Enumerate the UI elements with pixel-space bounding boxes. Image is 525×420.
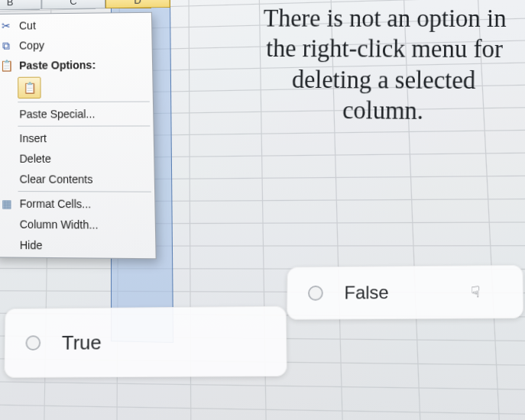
menu-separator (18, 191, 151, 192)
answer-false-label: False (344, 282, 388, 303)
pointer-cursor-icon: ☟ (471, 283, 480, 301)
blank-icon (0, 131, 15, 146)
blank-icon (0, 216, 15, 232)
answer-true-button[interactable]: True (4, 306, 287, 378)
blank-icon (0, 171, 15, 187)
format-cells-icon: ▦ (0, 195, 15, 212)
col-header-c[interactable]: C (41, 0, 105, 9)
menu-hide[interactable]: Hide (0, 234, 156, 257)
menu-copy[interactable]: ⧉ Copy (0, 34, 152, 56)
menu-hide-label: Hide (20, 239, 43, 252)
paste-option-button[interactable]: 📋 (18, 77, 41, 99)
menu-paste-special[interactable]: Paste Special... (0, 104, 153, 124)
menu-separator (18, 102, 150, 103)
menu-column-width[interactable]: Column Width... (0, 214, 155, 236)
menu-cut[interactable]: ✂ Cut (0, 15, 151, 36)
menu-insert[interactable]: Insert (0, 128, 154, 149)
paste-icon: 📋 (0, 58, 15, 73)
radio-icon (25, 335, 41, 351)
menu-format-cells-label: Format Cells... (20, 197, 92, 210)
menu-paste-options-label: Paste Options: (19, 59, 96, 72)
menu-delete[interactable]: Delete (0, 148, 154, 169)
cut-icon: ✂ (0, 18, 15, 34)
context-menu: ✂ Cut ⧉ Copy 📋 Paste Options: 📋 Paste Sp… (0, 12, 157, 260)
menu-format-cells[interactable]: ▦ Format Cells... (0, 193, 155, 215)
radio-icon (308, 286, 323, 301)
col-header-d[interactable]: D (105, 0, 170, 8)
menu-paste-special-label: Paste Special... (19, 108, 95, 121)
menu-insert-label: Insert (19, 132, 47, 144)
clipboard-icon: 📋 (23, 82, 36, 94)
menu-cut-label: Cut (19, 19, 36, 31)
menu-clear-contents-label: Clear Contents (20, 173, 93, 186)
answer-false-button[interactable]: False ☟ (287, 265, 523, 320)
col-header-b[interactable]: B (0, 0, 41, 11)
blank-icon (0, 150, 15, 166)
menu-column-width-label: Column Width... (20, 218, 99, 231)
question-text: There is not an option in the right-clic… (255, 3, 513, 127)
copy-icon: ⧉ (0, 38, 15, 53)
menu-clear-contents[interactable]: Clear Contents (0, 169, 154, 190)
answer-true-label: True (62, 331, 102, 354)
blank-icon (0, 237, 15, 253)
menu-delete-label: Delete (19, 153, 50, 166)
menu-separator (18, 125, 150, 126)
menu-copy-label: Copy (19, 39, 44, 51)
menu-paste-options: 📋 Paste Options: (0, 54, 152, 76)
blank-icon (0, 106, 15, 121)
